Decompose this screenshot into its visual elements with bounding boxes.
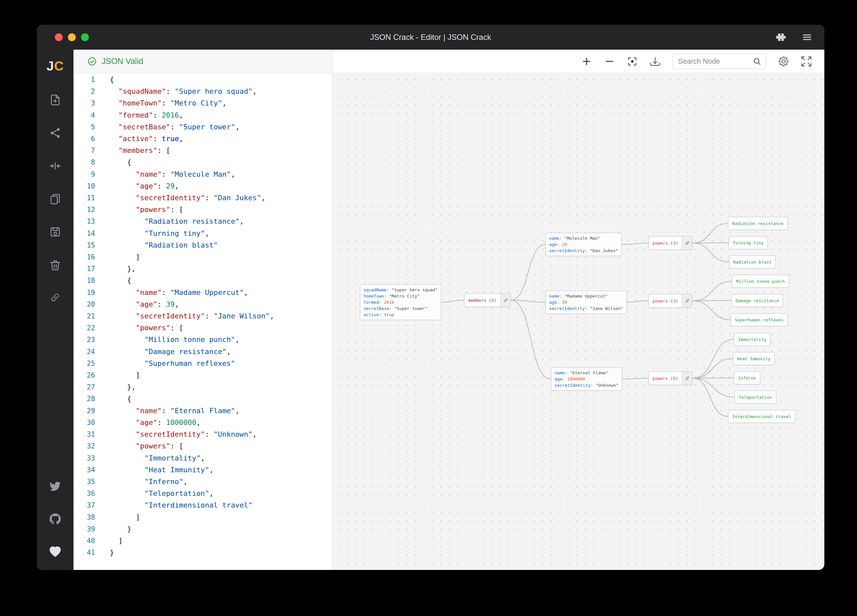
line-number: 9 [73,169,95,180]
token: "secretBase" [118,123,170,131]
token: "homeTown" [118,99,161,107]
token: "name" [136,170,161,178]
focus-button[interactable] [627,56,638,67]
graph-edge [692,301,731,320]
token: , [235,407,240,415]
token: "squadName" [118,87,166,95]
token: "Inferno" [144,478,183,486]
token: : [162,288,170,297]
graph-node-l6[interactable]: Superhuman reflexes [731,313,788,326]
graph-node-p2[interactable]: powers(3) [648,294,692,308]
line-number: 5 [73,121,95,133]
expand-link-button[interactable] [682,372,692,385]
code-line: 6"active": true, [73,133,333,145]
graph-node-l4[interactable]: Million tonne punch [732,275,789,288]
token: : [153,111,162,119]
graph-node-l10[interactable]: Teleportation [735,391,777,404]
search-icon[interactable] [753,57,761,66]
token: "Madame Uppercut" [170,288,244,297]
zoom-out-button[interactable] [604,56,615,67]
minimize-window-button[interactable] [68,33,76,41]
code-line: 28{ [73,393,333,405]
sidebar-copy-button[interactable] [50,193,61,205]
line-number: 27 [73,381,95,393]
code-line: 41} [73,547,333,559]
menu-icon [802,32,812,42]
graph-node-root[interactable]: squadName: "Super hero squad"homeTown: "… [360,285,441,320]
graph-node-l1[interactable]: Radiation resistance [728,217,788,230]
search-node-input[interactable] [678,57,750,66]
node-label: powers(3) [649,294,682,307]
line-number: 36 [73,488,95,499]
node-row: formed: 2016 [364,299,438,305]
sidebar-collapse-width-button[interactable] [50,160,61,172]
sidebar-github-button[interactable] [50,513,61,525]
token: "Heat Immunity" [144,466,209,474]
delete-icon [50,259,61,271]
token: "secretIdentity" [136,430,205,438]
sidebar-new-document-button[interactable] [50,94,61,106]
node-row: secretIdentity: "Dan Jukes" [549,248,618,254]
graph-node-l3[interactable]: Radiation blast [729,255,776,268]
code-line: 29"name": "Eternal Flame", [73,405,333,417]
sidebar-share-graph-button[interactable] [50,127,61,139]
extension-button[interactable] [775,32,786,43]
line-number: 29 [73,405,95,417]
settings-button[interactable] [778,56,789,67]
token: true [162,135,179,143]
graph-edge [692,378,735,397]
code-line: 18{ [73,275,333,286]
token: , [222,99,226,107]
code-line: 3"homeTown": "Metro City", [73,98,333,109]
graph-canvas[interactable]: squadName: "Super hero squad"homeTown: "… [333,73,825,570]
graph-node-members[interactable]: members(3) [464,293,511,307]
graph-node-p1[interactable]: powers(3) [648,236,692,250]
token: , [209,489,213,497]
token: "members" [118,146,157,155]
token: , [205,229,209,237]
logo-letter-j: J [46,59,54,73]
graph-node-l2[interactable]: Turning tiny [729,236,768,249]
code-line: 24"Damage resistance", [73,346,333,358]
line-number: 2 [73,85,95,98]
zoom-in-button[interactable] [581,56,592,67]
graph-node-m3[interactable]: name: "Eternal Flame"age: 1000000secretI… [551,367,622,391]
fullscreen-button[interactable] [801,56,812,67]
share-graph-icon [50,127,61,138]
graph-node-l9[interactable]: Inferno [734,371,760,384]
token: , [270,312,274,320]
graph-node-m1[interactable]: name: "Molecule Man"age: 29secretIdentit… [545,233,622,256]
expand-link-button[interactable] [682,294,692,307]
token: : [162,407,170,415]
line-number: 26 [73,369,95,381]
sidebar-save-button[interactable] [50,226,61,238]
zoom-window-button[interactable] [81,33,89,41]
node-row: secretIdentity: "Jane Wilson" [549,305,623,312]
code-line: 32"powers": [ [73,440,333,452]
sidebar-delete-button[interactable] [50,259,61,271]
code-line: 38] [73,511,333,523]
graph-edge [511,245,545,300]
download-button[interactable] [650,56,661,67]
graph-node-p3[interactable]: powers(5) [648,371,692,385]
token: : [153,135,162,143]
sidebar-heart-button[interactable] [50,546,61,558]
node-row: active: true [364,312,438,318]
expand-link-button[interactable] [500,294,510,307]
app-logo[interactable]: JC [46,59,64,73]
node-row: name: "Molecule Man" [549,235,618,241]
token: , [244,288,248,297]
menu-button[interactable] [801,32,812,43]
graph-node-m2[interactable]: name: "Madame Uppercut"age: 39secretIden… [545,291,627,314]
sidebar-twitter-button[interactable] [50,480,61,492]
graph-node-l5[interactable]: Damage resistance [731,294,783,307]
graph-node-l7[interactable]: Immortality [734,333,770,346]
close-window-button[interactable] [55,33,63,41]
code-editor[interactable]: 1{2"squadName": "Super hero squad",3"hom… [73,73,333,570]
graph-node-l8[interactable]: Heat Immunity [733,352,775,365]
graph-node-l11[interactable]: Interdimensional travel [728,410,795,423]
token: , [196,418,201,427]
sidebar-link-button[interactable] [50,292,61,304]
expand-link-button[interactable] [682,237,692,249]
token: ] [136,371,140,379]
